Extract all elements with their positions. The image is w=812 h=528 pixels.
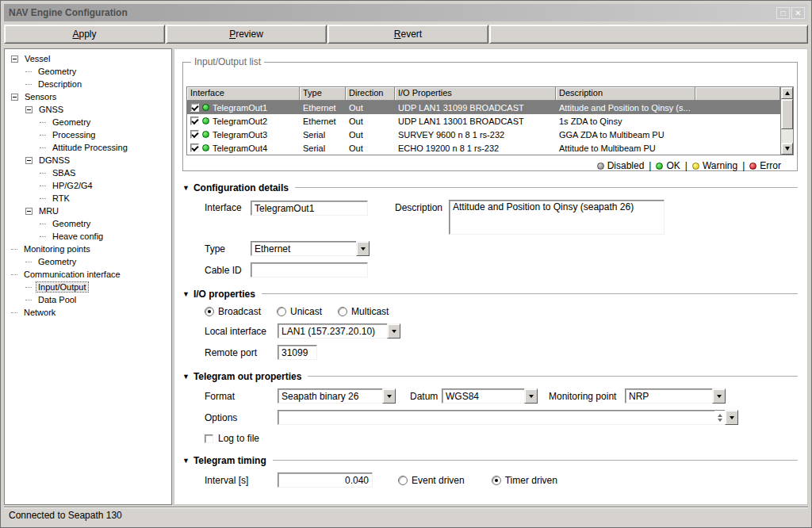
- local-interface-dropdown[interactable]: [278, 323, 400, 339]
- title-bar[interactable]: NAV Engine Configuration □ ✕: [4, 4, 808, 21]
- tree-expander-icon[interactable]: [25, 157, 33, 164]
- status-ok-icon: [202, 104, 209, 111]
- tree-connector: [25, 84, 32, 85]
- log-to-file-label: Log to file: [218, 433, 259, 444]
- remote-port-field[interactable]: [278, 345, 317, 360]
- tree-item-vessel[interactable]: Vessel: [6, 52, 170, 65]
- tree-item-gnss[interactable]: GNSS: [6, 103, 170, 116]
- unicast-radio[interactable]: [277, 307, 286, 316]
- dropdown-arrow-icon[interactable]: [725, 410, 738, 425]
- options-dropdown[interactable]: [278, 410, 738, 425]
- interface-field[interactable]: [251, 201, 368, 216]
- error-status-icon: [749, 163, 756, 170]
- tree-item-gnss-processing[interactable]: Processing: [6, 128, 170, 141]
- row-enabled-checkbox[interactable]: [190, 117, 199, 125]
- tree-item-dgnss-rtk[interactable]: RTK: [6, 192, 170, 205]
- apply-button[interactable]: Apply: [4, 25, 165, 44]
- arrow-up-icon: [785, 91, 790, 95]
- timer-driven-radio[interactable]: [492, 476, 501, 485]
- section-divider: [295, 187, 798, 189]
- revert-button[interactable]: Revert: [327, 25, 488, 44]
- tree-item-vessel-geometry[interactable]: Geometry: [6, 65, 170, 78]
- tree-item-monitoring-points[interactable]: Monitoring points: [6, 243, 170, 255]
- tree-expander-icon[interactable]: [25, 106, 33, 113]
- preview-button[interactable]: Preview: [166, 25, 327, 44]
- tree-item-mru-geometry[interactable]: Geometry: [6, 217, 170, 230]
- table-row[interactable]: TelegramOut2 Ethernet Out UDP LAN1 13001…: [187, 114, 780, 128]
- tree-item-monitoring-points-geometry[interactable]: Geometry: [6, 255, 170, 268]
- tree-item-network[interactable]: Network: [6, 306, 170, 319]
- tree-item-gnss-attitude-processing[interactable]: Attitude Processing: [6, 141, 170, 154]
- configuration-details-header[interactable]: ▼ Configuration details: [182, 182, 798, 193]
- dropdown-arrow-icon[interactable]: [382, 388, 396, 404]
- event-driven-radio[interactable]: [398, 476, 408, 485]
- tree-item-dgnss[interactable]: DGNSS: [6, 154, 170, 166]
- tree-item-dgnss-hp-g2-g4[interactable]: HP/G2/G4: [6, 179, 170, 192]
- column-header-type[interactable]: Type: [300, 87, 346, 101]
- dropdown-arrow-icon[interactable]: [712, 388, 726, 404]
- row-enabled-checkbox[interactable]: [190, 130, 199, 139]
- io-properties-section: ▼ I/O properties Broadcast Unicast Multi…: [182, 289, 798, 360]
- type-dropdown[interactable]: [251, 241, 370, 256]
- tree-expander-icon[interactable]: [11, 94, 18, 101]
- log-to-file-checkbox[interactable]: [205, 434, 213, 443]
- table-row[interactable]: TelegramOut1 Ethernet Out UDP LAN1 31099…: [187, 101, 780, 114]
- telegram-timing-header[interactable]: ▼ Telegram timing: [182, 455, 798, 466]
- scrollbar-thumb[interactable]: [781, 99, 793, 129]
- dropdown-arrow-icon[interactable]: [387, 323, 400, 339]
- scroll-up-button[interactable]: [781, 87, 793, 99]
- spinner-arrows-icon[interactable]: [714, 410, 725, 425]
- table-row[interactable]: TelegramOut3 Serial Out SURVEY 9600 n 8 …: [187, 128, 780, 141]
- tree-item-sensors[interactable]: Sensors: [6, 90, 170, 103]
- io-properties-header[interactable]: ▼ I/O properties: [182, 289, 798, 300]
- telegram-out-properties-header[interactable]: ▼ Telegram out properties: [182, 371, 798, 382]
- vertical-scrollbar[interactable]: [780, 87, 793, 155]
- format-dropdown[interactable]: [278, 388, 396, 404]
- tree-expander-icon[interactable]: [11, 55, 18, 63]
- interval-field[interactable]: [278, 473, 373, 488]
- tree-item-communication-interface[interactable]: Communication interface: [6, 268, 170, 281]
- section-divider: [262, 293, 798, 295]
- datum-dropdown[interactable]: [442, 388, 538, 404]
- tree-item-gnss-geometry[interactable]: Geometry: [6, 116, 170, 128]
- io-list-table: Interface Type Direction I/O Properties …: [186, 86, 794, 155]
- cable-id-field[interactable]: [251, 262, 368, 277]
- nav-engine-configuration-window: NAV Engine Configuration □ ✕ Apply Previ…: [0, 0, 812, 528]
- description-label: Description: [395, 202, 449, 213]
- tree-item-data-pool[interactable]: Data Pool: [6, 293, 170, 306]
- maximize-button[interactable]: □: [776, 7, 790, 19]
- scroll-down-button[interactable]: [781, 143, 793, 155]
- tree-item-mru-heave-config[interactable]: Heave config: [6, 230, 170, 243]
- tree-item-mru[interactable]: MRU: [6, 205, 170, 217]
- row-enabled-checkbox[interactable]: [190, 103, 199, 112]
- tree-item-dgnss-sbas[interactable]: SBAS: [6, 166, 170, 179]
- section-divider: [273, 460, 798, 461]
- interface-label: Interface: [205, 202, 251, 213]
- row-enabled-checkbox[interactable]: [190, 143, 199, 152]
- section-collapse-icon: ▼: [182, 290, 190, 298]
- multicast-radio[interactable]: [338, 307, 347, 316]
- toolbar-filler: [489, 25, 808, 44]
- section-collapse-icon: ▼: [182, 184, 190, 192]
- column-header-io-properties[interactable]: I/O Properties: [395, 87, 556, 101]
- description-field[interactable]: Attitude and Position to Qinsy (seapath …: [449, 200, 665, 235]
- status-ok-icon: [202, 144, 209, 151]
- dropdown-arrow-icon[interactable]: [524, 388, 538, 404]
- column-header-interface[interactable]: Interface: [187, 87, 300, 101]
- tree-connector: [25, 71, 32, 72]
- tree-item-input-output[interactable]: Input/Output: [6, 281, 170, 293]
- scrollbar-track[interactable]: [781, 129, 793, 143]
- section-divider: [308, 376, 798, 377]
- ok-status-icon: [656, 163, 663, 170]
- column-header-filler: [695, 87, 780, 101]
- close-button[interactable]: ✕: [791, 7, 805, 19]
- monitoring-point-dropdown[interactable]: [625, 388, 726, 404]
- tree-expander-icon[interactable]: [25, 208, 33, 215]
- column-header-description[interactable]: Description: [556, 87, 695, 101]
- warning-status-icon: [692, 163, 699, 170]
- tree-item-vessel-description[interactable]: Description: [6, 78, 170, 90]
- table-row[interactable]: TelegramOut4 Serial Out ECHO 19200 n 8 1…: [187, 141, 780, 155]
- broadcast-radio[interactable]: [205, 307, 214, 316]
- column-header-direction[interactable]: Direction: [346, 87, 395, 101]
- dropdown-arrow-icon[interactable]: [356, 241, 370, 256]
